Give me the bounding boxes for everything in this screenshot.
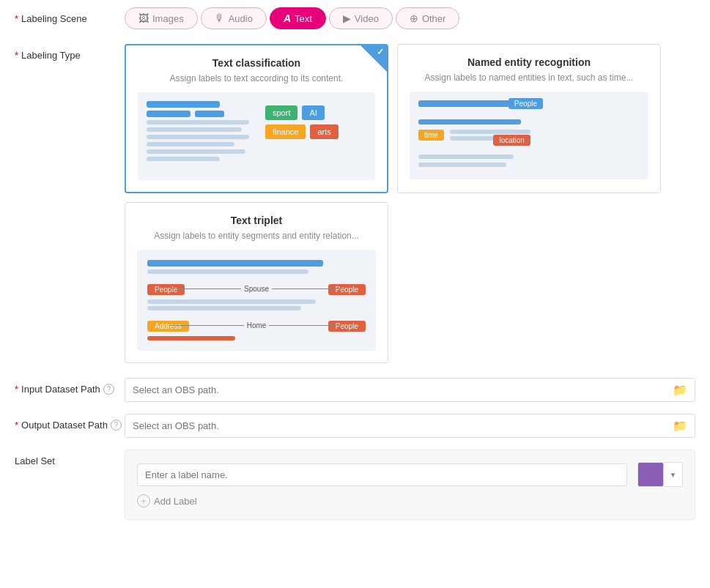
input-folder-icon[interactable]: 📁: [673, 383, 687, 397]
tab-other-label: Other: [422, 13, 446, 24]
tag-finance: finance: [265, 124, 306, 139]
tab-text-label: Text: [295, 13, 312, 24]
required-star4: *: [15, 420, 18, 431]
output-folder-icon[interactable]: 📁: [673, 419, 687, 433]
color-dropdown-arrow[interactable]: ▼: [664, 462, 683, 487]
audio-icon: 🎙: [215, 12, 225, 24]
tab-video-label: Video: [355, 13, 379, 24]
tc-line-3: [195, 111, 224, 117]
labeling-scene-tabs: 🖼 Images 🎙 Audio A Text ▶ Video ⊕ Other: [125, 7, 459, 29]
card-ner[interactable]: Named entity recognition Assign labels t…: [397, 44, 661, 193]
add-label-plus-icon: +: [137, 494, 150, 507]
tc-line-8: [147, 149, 245, 154]
tab-video[interactable]: ▶ Video: [329, 7, 393, 29]
input-dataset-content: 📁: [125, 378, 695, 402]
card-tc-desc: Assign labels to text according to its c…: [138, 73, 375, 83]
color-picker-button[interactable]: [637, 462, 664, 487]
card-triplet-desc: Assign labels to entity segments and ent…: [137, 231, 376, 241]
required-star3: *: [15, 384, 18, 395]
add-label-text: Add Label: [154, 496, 197, 507]
color-picker-container: ▼: [637, 462, 683, 487]
tab-other[interactable]: ⊕ Other: [396, 7, 460, 29]
label-name-input[interactable]: [137, 464, 627, 486]
tc-line-5: [147, 127, 242, 132]
card-tc-title: Text classification: [138, 57, 375, 69]
input-dataset-input[interactable]: [133, 384, 673, 395]
tag-arts: arts: [310, 124, 338, 139]
labeling-type-label-col: * Labeling Type: [15, 44, 125, 61]
text-icon: A: [284, 12, 291, 24]
output-dataset-label: Output Dataset Path: [21, 420, 108, 431]
tc-line-9: [147, 157, 220, 161]
label-set-label-col: Label Set: [15, 450, 125, 466]
output-dataset-content: 📁: [125, 414, 695, 438]
tc-line-1: [147, 101, 220, 108]
video-icon: ▶: [343, 12, 351, 24]
card-triplet[interactable]: Text triplet Assign labels to entity seg…: [125, 202, 388, 363]
output-obs-field: 📁: [125, 414, 695, 438]
card-triplet-illustration: Spouse People People: [137, 250, 376, 351]
output-help-icon[interactable]: ?: [111, 420, 122, 431]
input-help-icon[interactable]: ?: [103, 384, 114, 395]
other-icon: ⊕: [410, 12, 418, 24]
tab-images-label: Images: [152, 13, 184, 24]
add-label-button[interactable]: + Add Label: [137, 494, 197, 507]
tc-line-7: [147, 142, 234, 146]
tab-text[interactable]: A Text: [270, 7, 326, 29]
tc-line-4: [147, 120, 249, 124]
labeling-type-cards-container: Text classification Assign labels to tex…: [125, 44, 695, 363]
required-star: *: [15, 13, 18, 24]
ner-location-badge: location: [493, 135, 530, 146]
card-ner-desc: Assign labels to named entities in text,…: [410, 72, 648, 83]
input-dataset-label: Input Dataset Path: [21, 384, 100, 395]
card-tc-illustration: sport AI finance arts: [138, 92, 375, 180]
label-set-content: ▼ + Add Label: [125, 450, 695, 520]
labeling-type-label: Labeling Type: [21, 50, 81, 61]
input-dataset-row: * Input Dataset Path ? 📁: [15, 378, 695, 402]
cards-grid: Text classification Assign labels to tex…: [125, 44, 695, 363]
card-triplet-title: Text triplet: [137, 215, 376, 226]
tag-ai: AI: [302, 105, 324, 120]
label-set-section: ▼ + Add Label: [125, 450, 695, 520]
selected-checkmark: [360, 45, 387, 72]
card-text-classification[interactable]: Text classification Assign labels to tex…: [125, 44, 388, 193]
tc-line-2: [147, 111, 191, 117]
card-ner-illustration: People time location: [410, 92, 648, 179]
required-star2: *: [15, 50, 18, 61]
ner-people-badge: People: [509, 98, 543, 109]
input-dataset-label-col: * Input Dataset Path ?: [15, 378, 125, 395]
label-set-row: Label Set ▼ + Add Label: [15, 450, 695, 520]
triplet-home-label: Home: [244, 321, 270, 330]
output-dataset-label-col: * Output Dataset Path ?: [15, 414, 125, 431]
images-icon: 🖼: [138, 12, 149, 24]
ner-time-badge: time: [418, 130, 444, 141]
labeling-scene-label: Labeling Scene: [21, 13, 87, 24]
triplet-spouse-label: Spouse: [241, 285, 272, 293]
label-set-label: Label Set: [15, 455, 55, 466]
tab-images[interactable]: 🖼 Images: [125, 7, 198, 29]
tab-audio[interactable]: 🎙 Audio: [201, 7, 267, 29]
output-dataset-row: * Output Dataset Path ? 📁: [15, 414, 695, 438]
labeling-type-row: * Labeling Type Text classification Assi…: [15, 44, 695, 363]
tag-sport: sport: [265, 105, 297, 120]
tc-line-6: [147, 135, 249, 139]
output-dataset-input[interactable]: [133, 420, 673, 431]
label-set-input-row: ▼: [137, 462, 683, 487]
input-obs-field: 📁: [125, 378, 695, 402]
tab-audio-label: Audio: [229, 13, 253, 24]
card-ner-title: Named entity recognition: [410, 56, 648, 68]
